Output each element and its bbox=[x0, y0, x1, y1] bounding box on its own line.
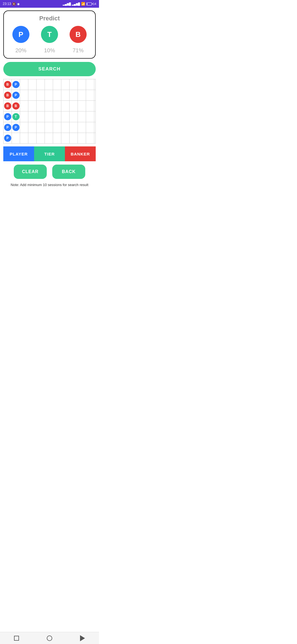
list-item: B bbox=[4, 90, 12, 100]
player-circle: P bbox=[12, 26, 29, 43]
list-item: T bbox=[12, 111, 20, 122]
list-item bbox=[94, 79, 96, 90]
cell-circle-p: P bbox=[12, 124, 20, 131]
list-item bbox=[45, 90, 53, 100]
list-item bbox=[61, 111, 70, 122]
cell-circle-b: B bbox=[4, 81, 11, 88]
list-item bbox=[78, 111, 86, 122]
banker-circle: B bbox=[70, 26, 87, 43]
list-item bbox=[37, 90, 45, 100]
list-item bbox=[70, 90, 78, 100]
list-item bbox=[45, 101, 53, 111]
list-item: P bbox=[12, 79, 20, 90]
list-item bbox=[20, 90, 28, 100]
list-item bbox=[61, 133, 70, 143]
back-button[interactable]: BACK bbox=[52, 165, 85, 179]
cell-circle-p: P bbox=[4, 113, 11, 120]
cell-circle-p: P bbox=[12, 81, 20, 88]
list-item bbox=[37, 122, 45, 133]
tier-button[interactable]: TIER bbox=[34, 146, 65, 161]
list-item bbox=[20, 111, 28, 122]
list-item: P bbox=[12, 122, 20, 133]
battery-icon bbox=[86, 2, 92, 6]
clear-button[interactable]: CLEAR bbox=[14, 165, 47, 179]
list-item: P bbox=[4, 111, 12, 122]
list-item bbox=[20, 101, 28, 111]
list-item bbox=[28, 90, 37, 100]
predict-circles: P T B bbox=[7, 26, 92, 43]
list-item: P bbox=[12, 90, 20, 100]
list-item: P bbox=[4, 122, 12, 133]
list-item bbox=[70, 133, 78, 143]
list-item bbox=[28, 133, 37, 143]
tier-circle: T bbox=[41, 26, 58, 43]
list-item bbox=[70, 122, 78, 133]
list-item bbox=[94, 133, 96, 143]
table-row: P bbox=[4, 133, 95, 143]
list-item bbox=[78, 122, 86, 133]
list-item bbox=[86, 122, 94, 133]
list-item bbox=[70, 101, 78, 111]
list-item bbox=[37, 133, 45, 143]
table-row: BP bbox=[4, 90, 95, 101]
cell-circle-p: P bbox=[4, 135, 11, 142]
player-percent: 20% bbox=[12, 47, 29, 54]
table-row: BP bbox=[4, 79, 95, 90]
list-item bbox=[78, 90, 86, 100]
list-item: B bbox=[12, 101, 20, 111]
grid-container: BPBPBBPTPPP bbox=[3, 79, 96, 144]
list-item bbox=[37, 79, 45, 90]
list-item bbox=[61, 79, 70, 90]
mute-icon: 🔇 bbox=[12, 2, 16, 6]
predict-title: Predict bbox=[7, 15, 92, 22]
list-item: P bbox=[4, 133, 12, 143]
list-item bbox=[61, 122, 70, 133]
list-item bbox=[86, 90, 94, 100]
cell-circle-b: B bbox=[4, 102, 11, 110]
predict-card: Predict P T B 20% 10% 71% bbox=[3, 10, 96, 59]
status-bar: 23:13 🔇 ◉ ▂▄▆█ ▂▄▆█ 📶 14 bbox=[0, 0, 99, 8]
list-item bbox=[94, 90, 96, 100]
list-item bbox=[86, 101, 94, 111]
status-left: 23:13 🔇 ◉ bbox=[3, 2, 20, 6]
list-item bbox=[53, 122, 61, 133]
list-item bbox=[86, 133, 94, 143]
list-item bbox=[94, 101, 96, 111]
list-item bbox=[28, 111, 37, 122]
note-text: Note: Add minimum 10 sessions for search… bbox=[3, 183, 96, 187]
action-buttons: PLAYER TIER BANKER bbox=[3, 146, 96, 161]
list-item bbox=[45, 133, 53, 143]
cell-circle-p: P bbox=[4, 124, 11, 131]
signal-icon: ▂▄▆█ ▂▄▆█ bbox=[63, 2, 80, 6]
banker-percent: 71% bbox=[70, 47, 87, 54]
predict-percents: 20% 10% 71% bbox=[7, 47, 92, 54]
list-item bbox=[37, 101, 45, 111]
table-row: PT bbox=[4, 111, 95, 122]
player-button[interactable]: PLAYER bbox=[3, 146, 34, 161]
table-row: PP bbox=[4, 122, 95, 133]
list-item bbox=[86, 111, 94, 122]
list-item bbox=[37, 111, 45, 122]
list-item bbox=[53, 90, 61, 100]
media-icon: ◉ bbox=[17, 2, 20, 6]
list-item bbox=[78, 101, 86, 111]
battery-level: 14 bbox=[93, 2, 96, 6]
list-item bbox=[53, 111, 61, 122]
time: 23:13 bbox=[3, 2, 11, 6]
cell-circle-t: T bbox=[12, 113, 20, 120]
list-item bbox=[78, 133, 86, 143]
list-item bbox=[53, 101, 61, 111]
list-item bbox=[94, 111, 96, 122]
list-item bbox=[86, 79, 94, 90]
search-button[interactable]: SEARCH bbox=[3, 62, 96, 76]
tier-percent: 10% bbox=[41, 47, 58, 54]
list-item bbox=[78, 79, 86, 90]
banker-button[interactable]: BANKER bbox=[65, 146, 96, 161]
list-item bbox=[70, 79, 78, 90]
list-item bbox=[45, 122, 53, 133]
list-item bbox=[20, 133, 28, 143]
list-item bbox=[20, 122, 28, 133]
secondary-buttons: CLEAR BACK bbox=[3, 165, 96, 179]
wifi-icon: 📶 bbox=[81, 2, 85, 6]
list-item bbox=[28, 101, 37, 111]
